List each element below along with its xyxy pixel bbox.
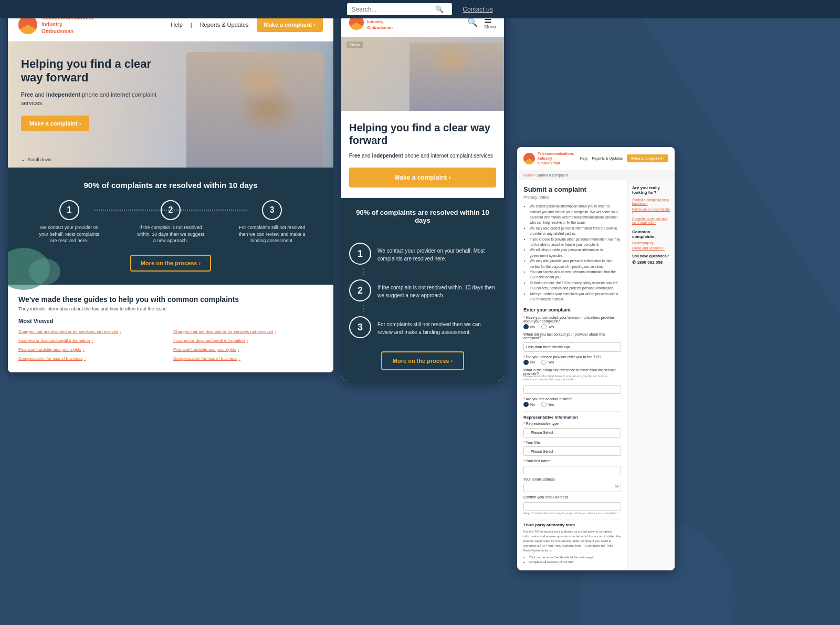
rep-type-label: * Representative type xyxy=(523,422,621,425)
email-icon: ✉ xyxy=(615,484,619,489)
list-item[interactable]: Incorrect or disputed credit information… xyxy=(173,337,323,344)
step-2: 2 If the complain is not resolved within… xyxy=(120,200,221,244)
list-item: Click on the order 'the details of this … xyxy=(529,555,621,560)
list-item: To find out more, the TIO's privacy poli… xyxy=(530,280,621,291)
list-item[interactable]: Compensation for loss of business › xyxy=(18,355,168,362)
search-input[interactable] xyxy=(351,6,435,13)
reference-input[interactable] xyxy=(523,386,621,394)
step-1-circle: 1 xyxy=(59,200,79,220)
form-mockup: Telecommunications Industry Ombudsman He… xyxy=(517,147,675,570)
nav-reports[interactable]: Reports & Updates xyxy=(200,22,249,28)
mobile-content-section: Helping you find a clear way forward Fre… xyxy=(341,111,504,198)
refer-radio-dot-yes xyxy=(541,360,547,365)
mobile-hero-overlay: Photo xyxy=(346,41,363,48)
account-radio-group: No Yes xyxy=(523,402,621,407)
mobile-hero-person xyxy=(410,43,504,111)
form-nav-cta-button[interactable]: Make a complaint › xyxy=(627,154,668,162)
mobile-hero-title: Helping you find a clear way forward xyxy=(349,121,496,147)
list-item: You can access and correct personal info… xyxy=(530,269,621,280)
mobile-step-1-text: We contact your provider on your behalf.… xyxy=(377,243,496,263)
list-item[interactable]: Charges that are disputed or for service… xyxy=(18,328,168,335)
step-1: 1 We contact your provider on your behal… xyxy=(18,200,120,244)
account-radio-dot-yes xyxy=(541,402,547,407)
mobile-process-button[interactable]: More on the process › xyxy=(381,351,464,370)
sidebar-phone[interactable]: ✆ 1800 062 058 xyxy=(632,260,670,265)
form-logo-icon xyxy=(523,153,535,164)
sidebar-link-submit-business[interactable]: Submit a complaint for a business › xyxy=(632,198,670,205)
desktop-guides: We've made these guides to help you with… xyxy=(8,285,333,372)
first-name-input[interactable] xyxy=(523,466,621,474)
refer-radio-no[interactable]: No xyxy=(523,360,535,365)
hero-cta-button[interactable]: Make a complaint › xyxy=(21,116,89,131)
mobile-cta-button[interactable]: Make a complaint › xyxy=(349,168,496,188)
hero-subtitle: Free and independent phone and internet … xyxy=(21,90,168,108)
form-body: Submit a complaint Privacy notice We col… xyxy=(517,180,675,570)
search-button[interactable]: 🔍 xyxy=(435,5,444,13)
nav-cta-button[interactable]: Make a complaint › xyxy=(257,17,323,32)
step-3-circle: 3 xyxy=(262,200,282,220)
most-viewed-label: Most Viewed xyxy=(18,318,323,324)
sidebar-looking-for-title: Are you really looking for? xyxy=(632,185,670,195)
mobile-step-2-circle: 2 xyxy=(349,279,371,301)
list-item[interactable]: Compensation for loss of business › xyxy=(173,355,323,362)
breadcrumb: Home › Submit a complaint xyxy=(517,170,675,180)
nav-links: Help | Reports & Updates Make a complain… xyxy=(171,17,323,32)
mobile-hero-subtitle: Free and independent phone and internet … xyxy=(349,152,496,160)
breadcrumb-home[interactable]: Home xyxy=(523,173,533,177)
desktop-hero: Helping you find a clear way forward Fre… xyxy=(8,41,333,168)
nav-help[interactable]: Help xyxy=(171,22,183,28)
account-radio-no[interactable]: No xyxy=(523,402,535,407)
list-item: If you choose to provide other personal … xyxy=(530,237,621,248)
confirm-email-label: Confirm your email address xyxy=(523,495,621,499)
refer-radio-dot-no xyxy=(523,360,529,365)
form-privacy-notice: Privacy notice xyxy=(523,195,621,200)
steps-row: 1 We contact your provider on your behal… xyxy=(18,200,323,244)
when-select[interactable]: Less than three weeks ago xyxy=(523,342,621,352)
list-item[interactable]: Financial hardship and your rights › xyxy=(173,346,323,353)
third-party-text: For the TIO to accept your authority as … xyxy=(523,529,621,553)
title-select[interactable]: — Please Select — xyxy=(523,446,621,456)
mobile-step-3: 3 For complaints still not resolved then… xyxy=(349,311,496,343)
hero-title: Helping you find a clear way forward xyxy=(21,57,168,85)
sidebar-link-cant-deal[interactable]: Complaints we can and can't deal with › xyxy=(632,217,670,224)
account-label: * Are you the account holder? xyxy=(523,397,621,401)
sidebar-common-title: Common complaints: xyxy=(632,230,670,239)
refer-radio-yes[interactable]: Yes xyxy=(541,360,554,365)
desktop-mockup: Telecommunications Industry Ombudsman He… xyxy=(8,8,333,372)
list-item[interactable]: Financial hardship and your rights › xyxy=(18,346,168,353)
mobile-mockup: Telecommunications Industry Ombudsman 🔍 … xyxy=(341,8,504,381)
rep-type-select[interactable]: — Please Select — xyxy=(523,428,621,438)
third-party-instructions: Click on the order 'the details of this … xyxy=(523,555,621,565)
radio-no[interactable]: No xyxy=(523,324,535,329)
first-name-label: * Your first name xyxy=(523,459,621,463)
sidebar-overcharging[interactable]: Overcharging › xyxy=(632,241,670,245)
shape-teal xyxy=(29,258,60,285)
rep-info-title: Representative Information xyxy=(523,411,621,420)
sidebar-link-follow-up[interactable]: Follow up on a complaint › xyxy=(632,207,670,215)
list-item[interactable]: Charges that are disputed or for service… xyxy=(173,328,323,335)
stat-text: 90% of complaints are resolved within 10… xyxy=(18,181,323,190)
contact-link[interactable]: Contact us xyxy=(463,6,492,13)
mobile-search-icon[interactable]: 🔍 xyxy=(467,17,478,27)
process-button[interactable]: More on the process › xyxy=(130,255,211,272)
step-3-label: For complaints still not resolved then w… xyxy=(238,224,306,244)
form-nav-reports[interactable]: Reports & Updates xyxy=(592,157,623,160)
form-nav-help[interactable]: Help xyxy=(580,157,587,160)
confirm-email-input[interactable] xyxy=(523,502,621,511)
hero-person-image xyxy=(186,52,323,168)
mobile-step-2-text: If the complain is not resolved within. … xyxy=(377,279,496,299)
privacy-bullets-list: We collect personal information about yo… xyxy=(523,204,621,302)
list-item: After you submit your complaint you will… xyxy=(530,291,621,303)
mobile-hero-person-inner xyxy=(410,43,504,111)
step-3: 3 For complaints still not resolved then… xyxy=(222,200,323,244)
sidebar-questions-title: Still have questions? xyxy=(632,254,670,258)
hero-person-inner xyxy=(186,52,323,168)
radio-yes[interactable]: Yes xyxy=(541,324,554,329)
form-sidebar: Are you really looking for? Submit a com… xyxy=(627,180,675,570)
sidebar-billing[interactable]: Billing and accounts › xyxy=(632,246,670,250)
mobile-step-1-circle: 1 xyxy=(349,243,371,265)
guide-links-grid: Charges that are disputed or for service… xyxy=(18,328,323,362)
email-input[interactable] xyxy=(523,484,621,492)
list-item[interactable]: Incorrect or disputed credit information… xyxy=(18,337,168,344)
account-radio-yes[interactable]: Yes xyxy=(541,402,554,407)
